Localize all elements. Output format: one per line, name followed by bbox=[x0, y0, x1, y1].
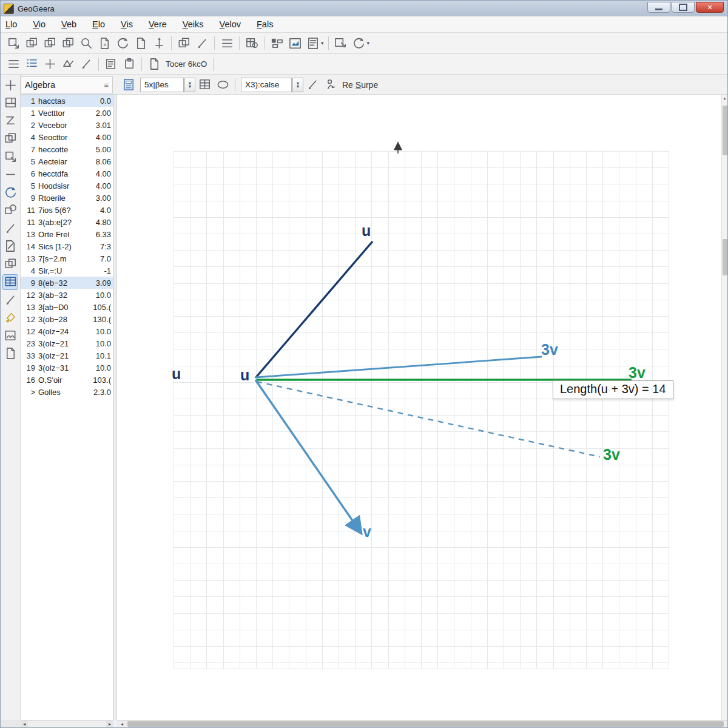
algebra-row[interactable]: 193(olz−3110.0 bbox=[21, 362, 113, 374]
algebra-row[interactable]: 133[ab−D0105.( bbox=[21, 301, 113, 313]
person-move-icon[interactable] bbox=[322, 77, 339, 93]
style-dropdown-dropdown-icon[interactable]: ▾▾ bbox=[184, 78, 195, 92]
algebra-panel[interactable]: 1hacctas0.01Vectttor2.002Vecebor3.014Seo… bbox=[21, 95, 113, 720]
clipboard-icon[interactable] bbox=[121, 56, 138, 72]
new-document-icon[interactable] bbox=[132, 35, 149, 51]
oval-icon[interactable] bbox=[214, 77, 231, 93]
add-tool-icon[interactable] bbox=[2, 77, 18, 93]
pencil2-tool-icon[interactable] bbox=[2, 292, 18, 308]
vector-v[interactable] bbox=[255, 380, 359, 530]
algebra-row[interactable]: 124(olz−2410.0 bbox=[21, 325, 113, 337]
graphics-view[interactable]: uuu3v3v3vv Length(u + 3v) = 14 bbox=[117, 95, 721, 720]
vertical-scrollbar[interactable]: ▴ bbox=[721, 95, 727, 720]
menu-item-elo[interactable]: Elo bbox=[92, 19, 105, 29]
bullet-list-icon[interactable] bbox=[5, 56, 22, 72]
algebra-row[interactable]: 1Vectttor2.00 bbox=[21, 107, 113, 119]
scroll-left-icon[interactable]: ◂ bbox=[21, 721, 28, 727]
vertical-scroll-thumb[interactable] bbox=[723, 106, 727, 155]
rotate-tool-icon[interactable] bbox=[2, 184, 18, 200]
pen-icon[interactable] bbox=[78, 56, 95, 72]
plus-cross-icon[interactable] bbox=[41, 56, 58, 72]
menu-item-llo[interactable]: Llo bbox=[5, 19, 17, 29]
zigzag-tool-icon[interactable] bbox=[2, 113, 18, 129]
panel-menu-icon[interactable]: ≡ bbox=[104, 81, 109, 90]
algebra-row[interactable]: 233(olz−2110.0 bbox=[21, 337, 113, 349]
vector-label-3v[interactable]: 3v bbox=[541, 342, 558, 357]
doc-edit-tool-icon[interactable] bbox=[2, 238, 18, 254]
algebra-row[interactable]: 13Orte Frel6.33 bbox=[21, 228, 113, 240]
scale-dropdown-dropdown-icon[interactable]: ▾▾ bbox=[292, 78, 303, 92]
redefine-label[interactable]: Re Surpe bbox=[342, 80, 378, 90]
algebra-row[interactable]: 333(olz−2110.1 bbox=[21, 349, 113, 362]
refresh-icon[interactable] bbox=[351, 35, 368, 51]
algebra-row[interactable]: 113(ab:e[2?4.80 bbox=[21, 216, 113, 228]
overlap-shapes-icon[interactable] bbox=[41, 35, 58, 51]
algebra-row[interactable]: 9Rtoerile3.00 bbox=[21, 192, 113, 204]
table-icon[interactable] bbox=[196, 77, 213, 93]
algebra-row[interactable]: 5Hoodsisr4.00 bbox=[21, 180, 113, 192]
algebra-row[interactable]: 16O,S'oir103.( bbox=[21, 374, 113, 386]
vector-label-3v[interactable]: 3v bbox=[603, 447, 620, 462]
algebra-row[interactable]: 5Aecteiar8.06 bbox=[21, 155, 113, 167]
pencil-icon[interactable] bbox=[304, 77, 321, 93]
menu-item-vere[interactable]: Vere bbox=[149, 19, 167, 29]
axis-pin-icon[interactable] bbox=[150, 35, 167, 51]
rotate-document-icon[interactable] bbox=[114, 35, 131, 51]
move-shapes-tool-icon[interactable] bbox=[2, 203, 18, 218]
document-a-icon[interactable]: a bbox=[96, 35, 113, 51]
text-document-icon[interactable] bbox=[103, 56, 120, 72]
menu-item-veiks[interactable]: Veiks bbox=[183, 19, 204, 29]
copy-tool-icon[interactable] bbox=[23, 35, 40, 51]
menu-item-veb[interactable]: Veb bbox=[61, 19, 76, 29]
overlap-shapes-dark-icon[interactable] bbox=[59, 35, 76, 51]
chevron-down-icon[interactable]: ▾ bbox=[321, 40, 324, 46]
vector-label-v[interactable]: v bbox=[363, 524, 371, 539]
vector-label-u[interactable]: u bbox=[240, 368, 249, 383]
menu-item-fals[interactable]: Fals bbox=[257, 19, 273, 29]
algebra-row[interactable]: 4Sir,=:U-1 bbox=[21, 265, 113, 277]
algebra-row[interactable]: 4Seocttor4.00 bbox=[21, 131, 113, 143]
vector-label-3v[interactable]: 3v bbox=[629, 365, 645, 380]
maximize-button[interactable] bbox=[672, 2, 695, 13]
algebra-row[interactable]: 98(eb−323.09 bbox=[21, 277, 113, 289]
vector-label-u[interactable]: u bbox=[362, 223, 371, 238]
panel-tool-icon[interactable] bbox=[2, 95, 18, 111]
calculator-icon[interactable] bbox=[120, 77, 137, 93]
algebra-panel-header[interactable]: Algebra ≡ bbox=[21, 76, 113, 93]
layout-blocks-icon[interactable] bbox=[268, 35, 285, 51]
canvas-scroll-left-icon[interactable]: ◂ bbox=[118, 721, 126, 727]
scale-dropdown[interactable]: X3):calse bbox=[241, 78, 292, 92]
minus-tool-icon[interactable] bbox=[2, 167, 18, 183]
style-dropdown[interactable]: 5x|βes bbox=[140, 78, 184, 92]
algebra-row[interactable]: 2Vecebor3.01 bbox=[21, 119, 113, 131]
pen-tool-icon[interactable] bbox=[2, 220, 18, 236]
vector-3v-dashed[interactable] bbox=[257, 382, 600, 457]
chevron-down-icon[interactable]: ▾ bbox=[367, 40, 370, 46]
canvas-scrollbar[interactable]: ◂ bbox=[117, 720, 727, 727]
duplicate-tool-icon[interactable] bbox=[2, 256, 18, 272]
algebra-row[interactable]: 123(ab−3210.0 bbox=[21, 289, 113, 301]
copy-shapes-tool-icon[interactable] bbox=[2, 131, 18, 147]
canvas-scroll-thumb[interactable] bbox=[127, 721, 724, 727]
pencil-icon[interactable] bbox=[194, 35, 211, 51]
vector-3v-upper[interactable] bbox=[255, 357, 542, 377]
duplicate-page-icon[interactable] bbox=[175, 35, 192, 51]
new-window-icon[interactable] bbox=[332, 35, 349, 51]
close-button[interactable]: ✕ bbox=[696, 2, 724, 13]
algebra-row[interactable]: 117ios 5(6?4.0 bbox=[21, 204, 113, 216]
numbered-list-icon[interactable] bbox=[23, 56, 40, 72]
minimize-button[interactable] bbox=[647, 2, 670, 13]
triangle-pencil-icon[interactable] bbox=[59, 56, 76, 72]
algebra-row[interactable]: 123(ob−28130.( bbox=[21, 313, 113, 325]
algebra-row[interactable]: 137[s−2.m7.0 bbox=[21, 252, 113, 265]
page-icon[interactable] bbox=[146, 56, 163, 72]
algebra-row[interactable]: >Golles2.3.0 bbox=[21, 386, 113, 398]
scroll-up-icon[interactable]: ▴ bbox=[722, 96, 727, 101]
list-options-icon[interactable] bbox=[218, 35, 235, 51]
menu-item-vio[interactable]: Vio bbox=[33, 19, 46, 29]
page-tool-icon[interactable] bbox=[2, 346, 18, 362]
table-search-icon[interactable] bbox=[243, 35, 260, 51]
pattern-tool-icon[interactable] bbox=[2, 328, 18, 343]
vector-label-u[interactable]: u bbox=[172, 366, 181, 382]
algebra-row[interactable]: 14Sics [1-2)7:3 bbox=[21, 240, 113, 252]
